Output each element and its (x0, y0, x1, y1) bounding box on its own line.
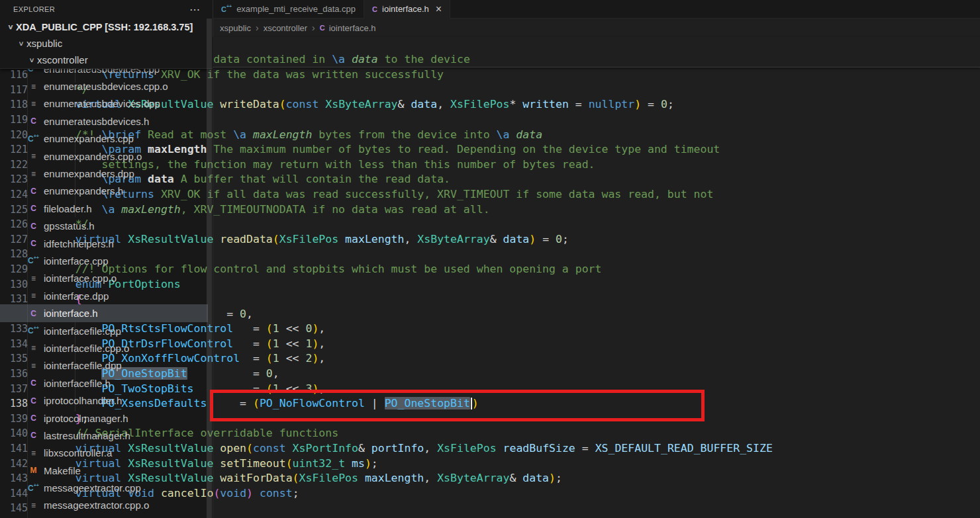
c-file-icon: C (320, 24, 325, 32)
make-file-icon: M (28, 466, 39, 475)
c-file-icon: C (28, 187, 39, 196)
tree-item-enumexpanders.h[interactable]: Cenumexpanders.h (0, 183, 208, 200)
file-label: iointerface.cpp (44, 255, 109, 267)
chevron-down-icon: ∨ (25, 56, 39, 64)
file-label: iointerfacefile.dpp (44, 360, 122, 371)
tree-item-Makefile[interactable]: MMakefile (0, 462, 208, 479)
tree-item-enumexpanders.cpp.o[interactable]: ≡enumexpanders.cpp.o (0, 148, 208, 165)
vscode-window: EXPLORER ⋯ ∨ XDA_PUBLIC_CPP [SSH: 192.16… (0, 0, 980, 518)
tree-item-iointerfacefile.cpp[interactable]: C++iointerfacefile.cpp (0, 322, 208, 339)
tree-item-iointerface.dpp[interactable]: ≡iointerface.dpp (0, 287, 208, 304)
file-label: libxscontroller.a (44, 447, 112, 458)
breadcrumb-item-xspublic[interactable]: xspublic (220, 23, 251, 33)
tree-item-messageextractor.cpp.o[interactable]: ≡messageextractor.cpp.o (0, 497, 208, 514)
file-label: messageextractor.cpp (44, 482, 141, 494)
breadcrumb-item-iointerface.h[interactable]: iointerface.h (329, 23, 376, 33)
tab-iointerface.h[interactable]: Ciointerface.h× (364, 0, 450, 19)
cpp-file-icon: C++ (221, 5, 232, 13)
file-label: idfetchhelpers.h (44, 238, 114, 249)
breadcrumb-separator: › (312, 22, 315, 33)
more-actions-icon[interactable]: ⋯ (189, 3, 201, 16)
tree-item-enumerateusbdevices.h[interactable]: Cenumerateusbdevices.h (0, 112, 208, 130)
tree-item-iointerfacefile.h[interactable]: Ciointerfacefile.h (0, 374, 208, 392)
cpp-file-icon: C++ (28, 256, 39, 265)
tree-item-iprotocolmanager.h[interactable]: Ciprotocolmanager.h (0, 410, 208, 427)
c-file-icon: C (28, 116, 39, 126)
cpp-file-icon: C++ (28, 484, 39, 493)
chevron-down-icon: ∨ (4, 23, 18, 30)
tree-item-enumexpanders.dpp[interactable]: ≡enumexpanders.dpp (0, 165, 208, 182)
tree-item-enumerateusbdevices.dpp[interactable]: ≡enumerateusbdevices.dpp (0, 95, 208, 112)
file-label: fileloader.h (44, 203, 92, 214)
file-label: enumexpanders.dpp (44, 168, 134, 179)
tree-item-enumerateusbdevices.cpp.o[interactable]: ≡enumerateusbdevices.cpp.o (0, 77, 208, 95)
doc-file-icon: ≡ (28, 361, 39, 370)
file-label: enumexpanders.h (44, 185, 123, 196)
file-label: iointerface.h (44, 308, 98, 319)
tree-item-idfetchhelpers.h[interactable]: Cidfetchhelpers.h (0, 235, 208, 252)
c-file-icon: C (28, 431, 39, 440)
c-file-icon: C (28, 204, 39, 213)
file-label: iointerfacefile.cpp (44, 325, 121, 337)
sidebar-scrollbar[interactable] (207, 19, 212, 518)
tree-indent-guide (27, 69, 28, 518)
file-label: iprotocolhandler.h (44, 395, 122, 406)
tree-item-iprotocolhandler.h[interactable]: Ciprotocolhandler.h (0, 392, 208, 409)
doc-file-icon: ≡ (28, 449, 39, 458)
file-label: iointerface.cpp.o (44, 273, 117, 284)
folder-label: xspublic (26, 38, 62, 49)
file-label: messageextractor.cpp.o (44, 499, 149, 511)
doc-file-icon: ≡ (28, 291, 39, 300)
tab-bar: C++example_mti_receive_data.cppCiointerf… (213, 0, 980, 19)
tab-label: iointerface.h (382, 4, 429, 14)
tree-item-lastresultmanager.h[interactable]: Clastresultmanager.h (0, 427, 208, 444)
tree-item-iointerface.h[interactable]: Ciointerface.h (0, 304, 208, 322)
explorer-header: EXPLORER ⋯ (0, 0, 213, 19)
doc-file-icon: ≡ (28, 343, 39, 353)
doc-file-icon: ≡ (28, 82, 39, 91)
file-label: lastresultmanager.h (44, 430, 130, 441)
file-label: iprotocolmanager.h (44, 413, 128, 424)
explorer-sidebar: EXPLORER ⋯ ∨ XDA_PUBLIC_CPP [SSH: 192.16… (0, 0, 213, 518)
c-file-icon: C (28, 396, 39, 406)
c-file-icon: C (28, 309, 39, 318)
tree-item-iointerfacefile.cpp.o[interactable]: ≡iointerfacefile.cpp.o (0, 339, 208, 357)
file-label: enumexpanders.cpp.o (44, 151, 142, 162)
root-folder-label: XDA_PUBLIC_CPP [SSH: 192.168.3.75] (16, 22, 193, 32)
folder-label: xscontroller (37, 54, 88, 65)
doc-file-icon: ≡ (28, 99, 39, 108)
tab-example_mti_receive_data.cpp[interactable]: C++example_mti_receive_data.cpp (213, 0, 364, 19)
tree-item-fileloader.h[interactable]: Cfileloader.h (0, 200, 208, 217)
cpp-file-icon: C++ (28, 134, 39, 144)
cpp-file-icon: C++ (28, 326, 39, 335)
tree-item-messageextractor.cpp[interactable]: C++messageextractor.cpp (0, 479, 208, 496)
tab-label: example_mti_receive_data.cpp (236, 4, 356, 14)
tree-folder-xspublic[interactable]: ∨ xspublic (0, 35, 213, 52)
file-label: enumerateusbdevices.dpp (44, 98, 160, 109)
doc-file-icon: ≡ (28, 169, 39, 179)
file-label: iointerface.dpp (44, 290, 109, 302)
tree-sticky-folders: ∨ XDA_PUBLIC_CPP [SSH: 192.168.3.75] ∨ x… (0, 19, 213, 69)
tab-bar-empty-space (450, 0, 980, 19)
tree-item-iointerface.cpp.o[interactable]: ≡iointerface.cpp.o (0, 270, 208, 287)
breadcrumb-separator: › (256, 22, 259, 33)
file-tree-list: C++enumerateusbdevices.cpp≡enumerateusbd… (0, 60, 208, 514)
breadcrumb: xspublic›xscontroller›Ciointerface.h (213, 19, 980, 37)
tree-root-folder[interactable]: ∨ XDA_PUBLIC_CPP [SSH: 192.168.3.75] (0, 19, 213, 35)
doc-file-icon: ≡ (28, 151, 39, 161)
file-label: enumerateusbdevices.h (44, 116, 149, 127)
c-file-icon: C (28, 222, 39, 231)
tree-item-iointerface.cpp[interactable]: C++iointerface.cpp (0, 252, 208, 269)
tree-item-libxscontroller.a[interactable]: ≡libxscontroller.a (0, 445, 208, 462)
file-label: iointerfacefile.cpp.o (44, 343, 129, 354)
tree-item-enumexpanders.cpp[interactable]: C++enumexpanders.cpp (0, 130, 208, 148)
c-file-icon: C (28, 378, 39, 388)
tree-item-iointerfacefile.dpp[interactable]: ≡iointerfacefile.dpp (0, 357, 208, 374)
chevron-down-icon: ∨ (15, 40, 28, 47)
tree-folder-xscontroller[interactable]: ∨ xscontroller (0, 52, 213, 68)
file-label: enumexpanders.cpp (44, 133, 134, 144)
tree-item-gpsstatus.h[interactable]: Cgpsstatus.h (0, 218, 208, 235)
breadcrumb-item-xscontroller[interactable]: xscontroller (264, 23, 307, 33)
c-file-icon: C (372, 5, 377, 13)
close-icon[interactable]: × (436, 3, 442, 15)
